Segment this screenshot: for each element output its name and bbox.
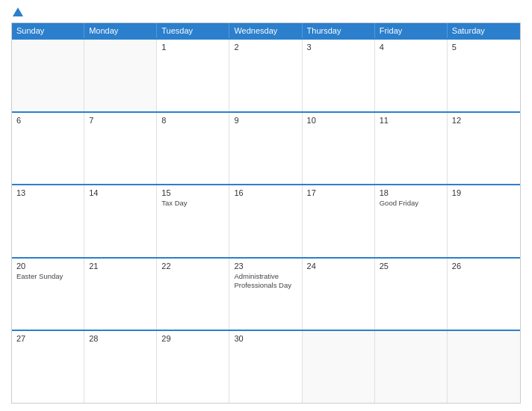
day-cell: 15Tax Day [157,185,229,257]
day-number: 29 [161,334,224,343]
day-number: 11 [380,116,442,125]
day-cell: 30 [229,331,302,403]
day-number: 8 [161,116,224,125]
day-cell: 2 [229,40,302,111]
day-cell: 21 [84,259,157,330]
week-row-0: 12345 [12,38,520,111]
header-friday: Friday [375,23,448,38]
day-number: 10 [307,116,370,125]
day-number: 1 [161,43,224,52]
day-number: 16 [234,188,297,197]
day-cell: 10 [303,113,375,185]
day-number: 23 [234,262,297,271]
header-monday: Monday [84,23,157,38]
day-cell: 20Easter Sunday [12,259,84,330]
logo [11,7,23,16]
day-number: 21 [89,262,152,271]
day-number: 2 [234,43,297,52]
day-event: Easter Sunday [16,272,79,281]
calendar-page: Sunday Monday Tuesday Wednesday Thursday… [0,0,532,411]
day-cell: 11 [375,113,448,185]
day-number: 24 [307,262,370,271]
header [11,7,521,16]
weeks-container: 123456789101112131415Tax Day161718Good F… [12,38,520,403]
day-number: 7 [89,116,152,125]
day-cell: 14 [84,185,157,257]
day-cell: 26 [448,259,520,330]
day-number: 19 [452,188,516,197]
day-cell: 22 [157,259,229,330]
day-number: 5 [452,43,516,52]
day-cell [448,331,520,403]
header-thursday: Thursday [303,23,375,38]
day-event: Administrative Professionals Day [234,272,297,291]
day-cell: 4 [375,40,448,111]
day-cell: 29 [157,331,229,403]
day-cell: 6 [12,113,84,185]
day-cell: 9 [229,113,302,185]
day-number: 9 [234,116,297,125]
day-cell: 8 [157,113,229,185]
day-cell: 28 [84,331,157,403]
logo-triangle-icon [13,7,23,16]
day-cell: 13 [12,185,84,257]
header-tuesday: Tuesday [157,23,229,38]
day-number: 20 [16,262,79,271]
day-cell: 19 [448,185,520,257]
day-number: 12 [452,116,516,125]
day-number: 30 [234,334,297,343]
header-sunday: Sunday [12,23,84,38]
day-number: 13 [16,188,79,197]
day-cell [375,331,448,403]
day-number: 4 [380,43,442,52]
day-number: 3 [307,43,370,52]
header-wednesday: Wednesday [229,23,302,38]
calendar-grid: Sunday Monday Tuesday Wednesday Thursday… [11,22,521,404]
day-cell: 18Good Friday [375,185,448,257]
week-row-1: 6789101112 [12,111,520,185]
day-cell: 23Administrative Professionals Day [229,259,302,330]
day-number: 22 [161,262,224,271]
day-event: Good Friday [380,199,442,208]
week-row-2: 131415Tax Day161718Good Friday19 [12,184,520,257]
day-cell: 3 [303,40,375,111]
logo-blue-text [11,7,23,16]
day-cell: 7 [84,113,157,185]
day-number: 27 [16,334,79,343]
week-row-4: 27282930 [12,330,520,403]
day-event: Tax Day [161,199,224,208]
day-headers-row: Sunday Monday Tuesday Wednesday Thursday… [12,23,520,38]
day-cell: 16 [229,185,302,257]
day-number: 18 [380,188,442,197]
week-row-3: 20Easter Sunday212223Administrative Prof… [12,257,520,330]
day-cell: 5 [448,40,520,111]
day-cell: 27 [12,331,84,403]
day-number: 28 [89,334,152,343]
day-number: 25 [380,262,442,271]
header-saturday: Saturday [448,23,520,38]
day-number: 14 [89,188,152,197]
day-number: 26 [452,262,516,271]
day-cell: 1 [157,40,229,111]
day-cell [303,331,375,403]
day-number: 6 [16,116,79,125]
day-cell: 24 [303,259,375,330]
day-cell: 17 [303,185,375,257]
day-cell [84,40,157,111]
day-cell: 25 [375,259,448,330]
day-cell: 12 [448,113,520,185]
day-cell [12,40,84,111]
day-number: 15 [161,188,224,197]
day-number: 17 [307,188,370,197]
